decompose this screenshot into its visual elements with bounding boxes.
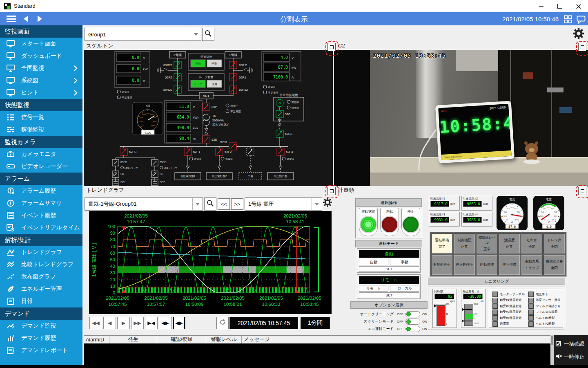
trend-source-select[interactable]: 電気-1号線-Group01 [85,197,203,211]
trend-chart-area[interactable]: 01020304050607080901001号線 電圧 [ V ]2021/0… [89,211,332,314]
indicator-lamp [492,315,498,321]
alarm-scrollbar[interactable] [550,335,554,365]
svg-text:8750: 8750 [153,121,157,123]
sidebar-item-label: アラームサマリ [21,200,62,207]
trend-signal-select[interactable]: 1号線 電圧 [245,197,322,211]
sidebar-item[interactable]: 系統図 [0,74,82,87]
trend-jump-start-button[interactable]: ◀◀ [89,317,102,329]
svg-text:不足電圧: 不足電圧 [230,110,241,113]
alarm-table-body [84,343,550,365]
trend-chart[interactable]: 01020304050607080901001号線 電圧 [ V ]2021/0… [89,211,332,314]
trend-refresh-button[interactable] [216,317,229,329]
svg-text:非常用発電機: 非常用発電機 [280,93,298,97]
sidebar-item[interactable]: 全国監視 [0,62,82,74]
trend-next-button[interactable]: >> [231,198,243,210]
remote-button[interactable]: リモート [359,285,388,292]
sidebar-item[interactable]: 信号一覧 [0,111,82,123]
trend-settings-button[interactable] [323,197,332,209]
svg-text:ループ切替: ループ切替 [198,76,213,79]
sidebar-item[interactable]: カメラモニタ [0,148,82,160]
indicator-lamp [528,310,534,315]
recv-selector[interactable]: 受電切替自動手動 [188,53,224,70]
chevron-right-icon[interactable] [74,90,78,97]
trend-search-button[interactable] [204,197,216,211]
svg-text:電圧: 電圧 [546,198,552,201]
toggle-switch[interactable] [405,326,420,332]
message-icon[interactable] [577,16,586,25]
camera-expand-button[interactable] [578,43,586,51]
chevron-down-icon[interactable] [191,28,201,40]
sidebar-item[interactable]: イベントリアルタイム [0,222,82,234]
trend-time-display[interactable]: 2021/02/05 10:57:45 [229,317,298,329]
trend-step-back-button[interactable]: ◀ [103,317,116,329]
trend-range-widen-button[interactable]: ◀▶ [159,317,172,329]
loop-selector[interactable]: ループ切替ロック使用 [188,74,224,91]
trend-span-display[interactable]: 1分間 [301,317,330,329]
sidebar-item[interactable]: 稼働監視 [0,123,82,136]
mode-auto-button[interactable]: 自動 [359,259,388,265]
mode-set-button[interactable]: SET [359,266,419,272]
toggle-switch[interactable] [405,311,420,317]
sidebar-item[interactable]: デマンド履歴 [0,332,82,344]
sidebar-item-label: 稼働監視 [21,126,44,133]
sidebar-item[interactable]: アラームサマリ [0,197,82,209]
status-tile: 起動処理中 [431,255,453,275]
pause-sound-button[interactable]: 一時停止 [555,352,587,362]
mode-manual-button[interactable]: 手動 [390,259,419,265]
forward-button[interactable] [38,16,42,22]
group-select[interactable]: Group1 [85,28,201,41]
skeleton-diagram: 0.0V0.0kW0.0A過電圧不足電圧2号線89R2152R289R22受電切… [84,50,333,186]
sidebar-item[interactable]: デマンドレポート [0,344,82,357]
chevron-right-icon[interactable] [74,65,78,73]
back-button[interactable] [24,16,28,22]
trend-jump-end-button[interactable]: ▶▶ [131,317,144,329]
sidebar-item[interactable]: ダッシュボード [0,50,82,62]
lamp-run-button[interactable]: 運転 [380,208,399,236]
sidebar-item[interactable]: エネルギー管理 [0,283,82,295]
svg-text:2021/02/05: 2021/02/05 [106,296,129,301]
maximize-button[interactable] [550,0,569,12]
search-button[interactable] [202,28,214,41]
mode-display: 自動 [359,250,419,258]
sidebar-item[interactable]: 比較トレンドグラフ [0,258,82,271]
instruments-expand-button[interactable] [578,187,586,195]
svg-text:A: A [143,79,145,83]
trend-step-forward-button[interactable]: ▶ [117,317,130,329]
status-tile-line1: ドレン弁 [547,238,561,243]
local-button[interactable]: ローカル [390,285,419,292]
trend-expand-button[interactable] [327,187,336,195]
sidebar-item[interactable]: 散布図グラフ [0,271,82,283]
sidebar-item[interactable]: 日報 [0,295,82,307]
trend-range-full-button[interactable]: ◀▶ [173,317,185,329]
sidebar-item[interactable]: アラーム履歴 [0,185,82,197]
status-tile: 機側安全弁全閉 [543,255,565,275]
sidebar-item[interactable]: デマンド監視 [0,320,82,332]
lamp-stop-button[interactable]: 停止 [401,208,420,236]
monitor-icon [7,65,16,72]
settings-button[interactable] [572,27,585,41]
minimize-button[interactable] [532,0,550,12]
chevron-down-icon[interactable] [312,198,322,210]
layout-grid-icon[interactable] [564,15,572,25]
sidebar-item[interactable]: トレンドグラフ [0,246,82,258]
sidebar-item[interactable]: スタート画面 [0,38,82,50]
svg-text:89R12: 89R12 [239,88,248,92]
title-bar: Standard [0,0,588,13]
remote-set-button[interactable]: SET [359,292,419,298]
bulk-confirm-button[interactable]: 一括確認 [555,339,587,349]
bars-icon [7,126,16,133]
sidebar-item[interactable]: ヒント [0,87,82,99]
skeleton-expand-button[interactable] [327,43,336,51]
toggle-switch[interactable] [405,319,420,325]
chevron-right-icon[interactable] [74,77,78,85]
chevron-down-icon[interactable] [192,198,203,210]
trend-prev-button[interactable]: << [218,198,230,210]
svg-text:89P: 89P [212,105,217,109]
close-button[interactable] [569,0,588,12]
indicator-lamp [528,315,534,321]
trend-range-narrow-button[interactable]: ▶◀ [145,317,158,329]
sidebar-item[interactable]: イベント履歴 [0,209,82,222]
sidebar-item[interactable]: ビデオレコーダー [0,160,82,173]
alarm-indicator-list: モーターサーマル軸受#1温度超過軸受#2温度超過軸受#3温度超過軸受#4温度超過… [489,289,563,328]
menu-icon[interactable] [7,16,16,22]
